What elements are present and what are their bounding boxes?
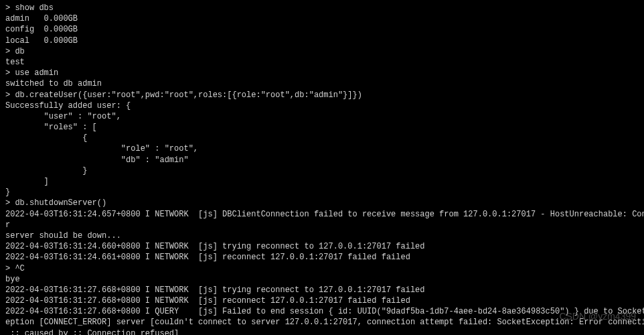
cmd-interrupt: > ^C <box>5 263 639 274</box>
user-field: "user" : "root", <box>5 111 639 122</box>
switched-msg: switched to db admin <box>5 78 639 89</box>
watermark: CSDN @yzm4399 <box>559 310 636 323</box>
roles-close: ] <box>5 176 639 187</box>
log-reconnect-3: 2022-04-03T16:31:27.668+0800 I NETWORK [… <box>5 285 639 295</box>
db-current: test <box>5 57 639 68</box>
roles-open: "roles" : [ <box>5 122 639 133</box>
server-down-msg: server should be down... <box>5 230 639 241</box>
role-field: "role" : "root", <box>5 143 639 154</box>
bye-msg: bye <box>5 274 639 285</box>
db-field: "db" : "admin" <box>5 155 639 165</box>
log-network-fail: 2022-04-03T16:31:24.657+0800 I NETWORK [… <box>5 209 639 220</box>
log-reconnect-4: 2022-04-03T16:31:27.668+0800 I NETWORK [… <box>5 295 639 306</box>
log-query-fail-cont2: :: caused by :: Connection refused] <box>5 328 639 335</box>
db-local: local 0.000GB <box>5 36 639 46</box>
role-obj-close: } <box>5 165 639 176</box>
success-msg: Successfully added user: { <box>5 100 639 111</box>
cmd-use-admin: > use admin <box>5 68 639 78</box>
role-obj-open: { <box>5 133 639 143</box>
cmd-create-user: > db.createUser({user:"root",pwd:"root",… <box>5 90 639 100</box>
log-query-fail: 2022-04-03T16:31:27.668+0800 I QUERY [js… <box>5 306 639 317</box>
log-reconnect-1: 2022-04-03T16:31:24.660+0800 I NETWORK [… <box>5 241 639 252</box>
cmd-show-dbs: > show dbs <box>5 3 639 13</box>
db-admin: admin 0.000GB <box>5 13 639 24</box>
log-network-fail-cont: r <box>5 220 639 230</box>
terminal-output[interactable]: > show dbs admin 0.000GB config 0.000GB … <box>5 3 639 335</box>
cmd-db: > db <box>5 46 639 57</box>
db-config: config 0.000GB <box>5 24 639 35</box>
log-reconnect-2: 2022-04-03T16:31:24.661+0800 I NETWORK [… <box>5 252 639 263</box>
user-close: } <box>5 187 639 198</box>
cmd-shutdown: > db.shutdownServer() <box>5 198 639 208</box>
log-query-fail-cont1: eption [CONNECT_ERROR] server [couldn't … <box>5 317 639 328</box>
